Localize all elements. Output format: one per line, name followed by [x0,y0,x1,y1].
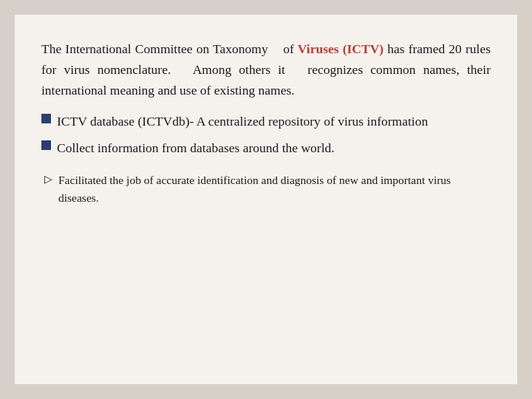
bullet-text-2: Collect information from databases aroun… [57,137,491,158]
bullet-item-1: ICTV database (ICTVdb)- A centralized re… [41,111,491,132]
sub-bullet-text-1: Facilitated the job of accurate identifi… [58,171,491,207]
bullet-text-1: ICTV database (ICTVdb)- A centralized re… [57,111,491,132]
bullet-item-2: Collect information from databases aroun… [41,137,491,158]
triangle-icon: ▷ [44,173,52,185]
bullet-square-icon-2 [41,140,51,150]
slide-card: The International Committee on Taxonomy … [15,15,517,384]
bullet-square-icon-1 [41,114,51,123]
intro-paragraph: The International Committee on Taxonomy … [41,38,491,100]
sub-bullet-item-1: ▷ Facilitated the job of accurate identi… [44,171,491,207]
ictv-highlight: Viruses (ICTV) [298,41,383,56]
intro-text-part1: The International Committee on Taxonomy … [41,41,298,56]
